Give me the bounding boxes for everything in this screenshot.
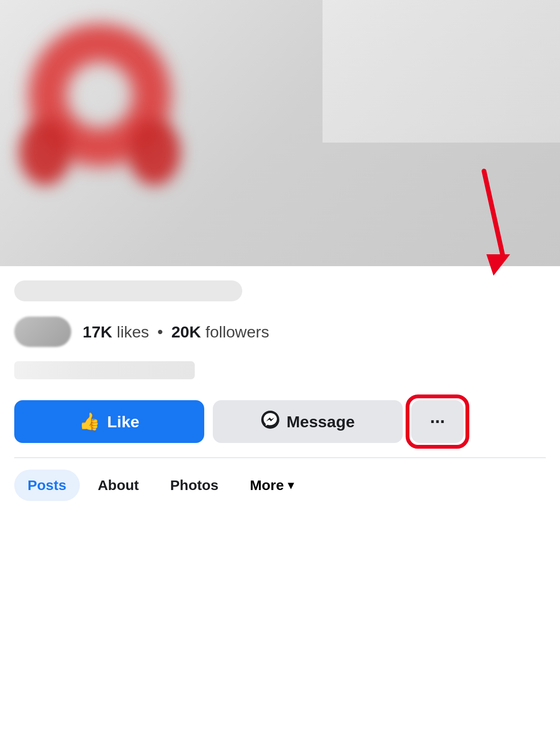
- followers-label: followers: [206, 323, 269, 341]
- page-stats: 17K likes • 20K followers: [83, 323, 269, 341]
- more-button-wrapper: ···: [411, 400, 464, 443]
- stats-row: 17K likes • 20K followers: [14, 317, 546, 347]
- page-name-bar: [14, 280, 242, 301]
- tab-posts[interactable]: Posts: [14, 470, 80, 501]
- action-buttons-row: 👍 Like Message ···: [14, 389, 546, 457]
- tab-photos-label: Photos: [170, 477, 218, 493]
- message-button[interactable]: Message: [213, 400, 403, 443]
- more-dots-label: ···: [430, 412, 445, 432]
- cover-photo: [0, 0, 560, 266]
- tab-more[interactable]: More ▾: [237, 470, 307, 501]
- profile-avatar: [14, 317, 71, 347]
- thumb-up-icon: 👍: [79, 412, 100, 432]
- profile-section: 17K likes • 20K followers 👍 Like: [0, 266, 560, 457]
- message-label: Message: [286, 413, 355, 431]
- tab-more-label: More: [250, 477, 284, 493]
- tab-photos[interactable]: Photos: [157, 470, 232, 501]
- tab-about[interactable]: About: [85, 470, 152, 501]
- tab-posts-label: Posts: [28, 477, 66, 493]
- likes-label: likes: [117, 323, 149, 341]
- messenger-icon: [261, 410, 280, 433]
- stats-separator: •: [157, 323, 163, 341]
- followers-count: 20K: [171, 323, 201, 341]
- page-wrapper: 17K likes • 20K followers 👍 Like: [0, 0, 560, 731]
- like-button[interactable]: 👍 Like: [14, 400, 204, 443]
- blurred-info-bar-1: [14, 361, 195, 379]
- chevron-down-icon: ▾: [288, 479, 294, 492]
- likes-count: 17K: [83, 323, 112, 341]
- like-label: Like: [107, 413, 139, 431]
- tab-about-label: About: [98, 477, 139, 493]
- more-button[interactable]: ···: [411, 400, 464, 443]
- nav-tabs: Posts About Photos More ▾: [0, 458, 560, 501]
